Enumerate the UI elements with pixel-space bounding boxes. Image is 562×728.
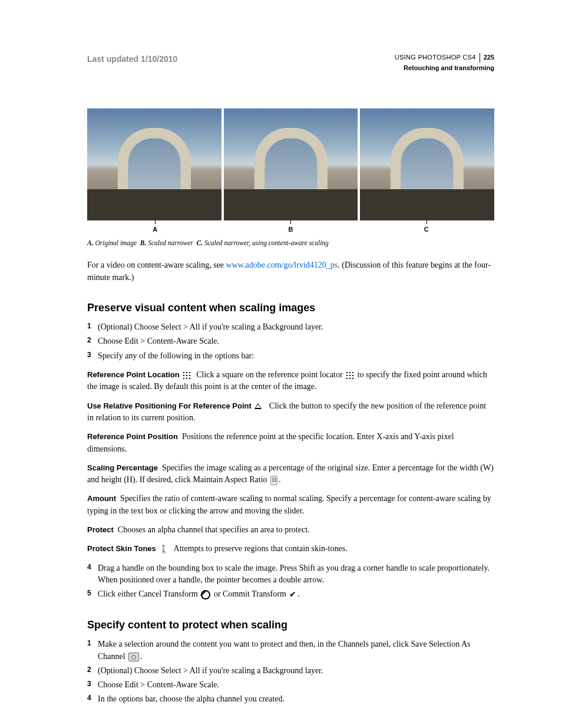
step-4b: 4In the options bar, choose the alpha ch… <box>87 693 494 705</box>
maintain-aspect-ratio-icon <box>270 476 277 485</box>
header-right: USING PHOTOSHOP CS4 225 Retouching and t… <box>395 53 494 73</box>
intro-paragraph: For a video on content-aware scaling, se… <box>87 259 494 284</box>
last-updated: Last updated 1/10/2010 <box>87 53 177 65</box>
chapter-name: Retouching and transforming <box>395 64 494 73</box>
figure-image-c <box>360 108 494 220</box>
step-2b: 2(Optional) Choose Select > All if you'r… <box>87 665 494 677</box>
section-heading-preserve: Preserve visual content when scaling ima… <box>87 300 494 315</box>
figure-label-a: A <box>87 225 223 235</box>
step-3: 3Specify any of the following in the opt… <box>87 350 494 362</box>
step-1: 1(Optional) Choose Select > All if you'r… <box>87 321 494 333</box>
step-5: 5 Click either Cancel Transform or Commi… <box>87 588 494 601</box>
person-icon: 🚶 <box>159 544 168 555</box>
step-1b: 1 Make a selection around the content yo… <box>87 638 494 663</box>
triangle-icon <box>254 403 262 409</box>
page-number: 225 <box>480 53 494 62</box>
save-selection-as-channel-icon <box>128 653 139 661</box>
figure-caption: A. Original image B. Scaled narrower C. … <box>87 238 494 248</box>
figure-image-a <box>87 108 222 220</box>
cancel-transform-icon <box>201 590 210 599</box>
reference-point-locator-icon <box>346 371 354 380</box>
def-reference-point-location: Reference Point Location Click a square … <box>87 369 494 393</box>
def-amount: Amount Specifies the ratio of content-aw… <box>87 493 494 517</box>
def-relative-positioning: Use Relative Positioning For Reference P… <box>87 400 494 424</box>
commit-transform-icon: ✔ <box>289 589 296 601</box>
page-header: Last updated 1/10/2010 USING PHOTOSHOP C… <box>87 53 494 73</box>
reference-point-locator-icon <box>183 371 191 380</box>
figure-label-b: B <box>223 225 358 235</box>
step-3b: 3Choose Edit > Content-Aware Scale. <box>87 679 494 691</box>
def-protect-skin-tones: Protect Skin Tones 🚶 Attempts to preserv… <box>87 543 494 555</box>
step-2: 2Choose Edit > Content-Aware Scale. <box>87 335 494 347</box>
step-4: 4Drag a handle on the bounding box to sc… <box>87 562 494 587</box>
figure-image-b <box>224 108 358 220</box>
def-scaling-percentage: Scaling Percentage Specifies the image s… <box>87 462 494 486</box>
figure-label-c: C <box>359 225 494 235</box>
def-reference-point-position: Reference Point Position Positions the r… <box>87 431 494 455</box>
def-protect: Protect Chooses an alpha channel that sp… <box>87 524 494 536</box>
comparison-figure: A B C <box>87 108 494 235</box>
doc-title: USING PHOTOSHOP CS4 <box>395 53 476 62</box>
video-link[interactable]: www.adobe.com/go/lrvid4120_ps <box>226 261 338 269</box>
section-heading-protect: Specify content to protect when scaling <box>87 617 494 633</box>
